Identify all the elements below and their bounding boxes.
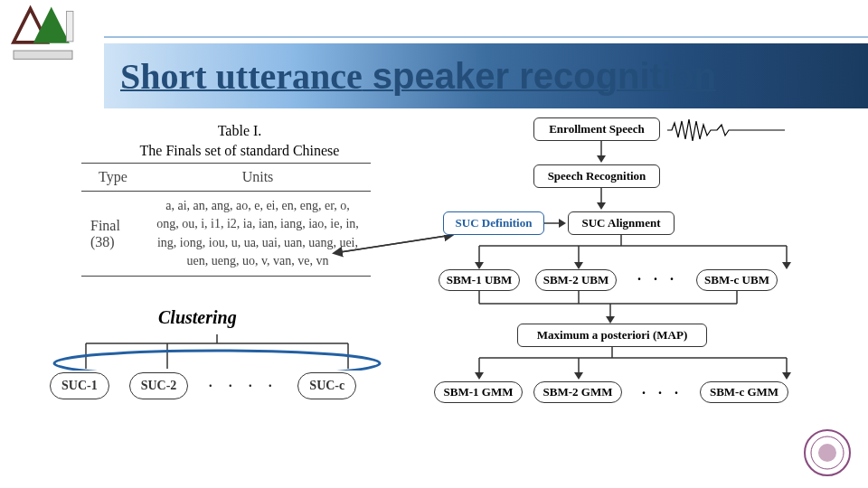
svg-marker-15 [597,202,606,210]
section-title: Short utterance speaker recognition [120,55,716,98]
box-suc-definition: SUC Definition [443,211,544,235]
suc-c: SUC-c [297,372,356,399]
th-units: Units [145,164,371,192]
svg-point-9 [54,351,380,371]
ubm-dots: · · · [637,271,678,287]
svg-marker-17 [559,219,566,228]
table-caption: Table I. The Finals set of standard Chin… [104,121,375,160]
branch-align-ubm [434,235,832,271]
arrow-def-align [544,217,568,230]
svg-marker-37 [574,372,583,380]
gmm-dots: · · · [642,385,683,401]
svg-marker-39 [782,372,791,380]
arrow-sr-align [595,188,608,211]
box-gmm-c: SBM-c GMM [700,381,788,403]
box-gmm-2: SBM-2 GMM [533,381,622,403]
box-speech-recognition: Speech Recognition [533,164,660,188]
svg-marker-35 [475,372,484,380]
box-suc-alignment: SUC Alignment [568,211,675,235]
svg-marker-21 [475,262,484,269]
suc-2: SUC-2 [129,372,189,399]
svg-rect-2 [14,51,72,59]
title-emphasis: Short utterance [120,56,363,97]
clustering-label: Clustering [158,307,237,328]
branch-map-gmm [434,347,832,383]
section-title-bar: Short utterance speaker recognition [104,43,868,108]
arrow-enroll-sr [595,141,608,164]
svg-marker-25 [782,262,791,269]
flowchart: Enrollment Speech Speech Recognition SUC… [434,117,832,443]
svg-marker-13 [597,155,606,163]
box-ubm-c: SBM-c UBM [696,269,778,291]
waveform-icon [667,117,785,143]
box-enroll: Enrollment Speech [533,117,660,141]
box-map: Maximum a posteriori (MAP) [517,324,707,347]
svg-rect-3 [67,11,73,41]
suc-dots: · · · · [208,376,278,397]
university-seal-icon [803,428,852,477]
logo [9,5,77,63]
box-gmm-1: SBM-1 GMM [434,381,523,403]
suc-1: SUC-1 [50,372,109,399]
table-caption-line1: Table I. [104,121,375,141]
svg-point-42 [818,444,836,462]
th-type: Type [81,164,145,192]
branch-ubm-map [434,291,832,327]
svg-marker-31 [606,316,615,324]
box-ubm-2: SBM-2 UBM [535,269,617,291]
svg-marker-23 [574,262,583,269]
td-final-label: Final (38) [81,192,145,277]
box-ubm-1: SBM-1 UBM [439,269,520,291]
title-plain: speaker recognition [363,56,716,96]
suc-row: SUC-1 SUC-2 · · · · SUC-c [50,372,356,399]
table-caption-line2: The Finals set of standard Chinese [104,141,375,161]
